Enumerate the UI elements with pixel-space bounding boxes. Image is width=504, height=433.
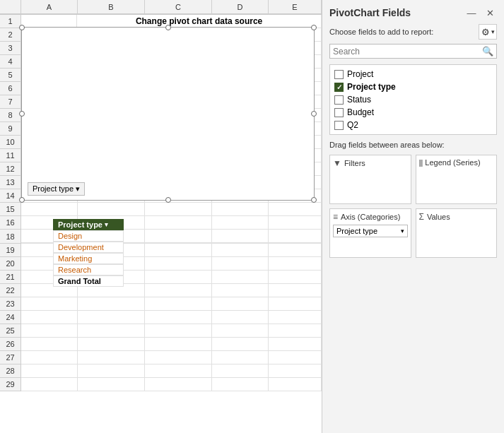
axis-dropdown-value: Project type <box>336 227 377 235</box>
grid-rows-lower: 181920212223242526272829 <box>0 230 322 391</box>
chart-handle-tr[interactable] <box>311 25 317 30</box>
pivot-data-cell[interactable]: Development <box>53 242 124 253</box>
gear-icon: ⚙ <box>481 27 490 37</box>
row-29: 29 <box>0 378 322 391</box>
field-label: Project <box>347 69 373 79</box>
legend-icon: ||| <box>419 159 423 167</box>
col-header-b[interactable]: B <box>78 0 145 14</box>
pivot-header-row: Project type ▾ <box>53 219 124 230</box>
panel-header: PivotChart Fields — ✕ <box>322 0 504 24</box>
drag-area-values[interactable]: Σ Values <box>416 208 498 258</box>
drag-section-label: Drag fields between areas below: <box>329 141 445 149</box>
row-19: 19 <box>0 244 322 257</box>
legend-label: Legend (Series) <box>425 158 480 167</box>
chart-handle-bm[interactable] <box>165 197 171 203</box>
filters-label: Filters <box>344 159 365 167</box>
field-items: Project✓Project typeStatusBudgetQ2 <box>330 68 496 131</box>
collapse-button[interactable]: — <box>464 6 479 20</box>
field-label: Project type <box>347 82 396 92</box>
axis-label: Axis (Categories) <box>341 213 400 221</box>
pivot-header-label: Project type <box>58 220 102 229</box>
search-box: 🔍 <box>329 44 497 59</box>
col-header-e[interactable]: E <box>269 0 322 14</box>
spreadsheet-title: Change pivot chart data source <box>136 16 262 26</box>
chart-filter-button[interactable]: Project type ▾ <box>28 182 85 196</box>
panel-subtitle-row: Choose fields to add to report: ⚙ ▾ <box>322 24 504 44</box>
chart-handle-tl[interactable] <box>19 25 25 30</box>
pivot-data-cell[interactable]: Research <box>53 264 124 275</box>
legend-header: ||| Legend (Series) <box>419 158 494 167</box>
field-item[interactable]: Budget <box>330 106 496 119</box>
pivot-header-cell[interactable]: Project type ▾ <box>53 219 124 230</box>
axis-icon: ≡ <box>333 212 338 222</box>
chart-handle-br[interactable] <box>311 197 317 203</box>
field-checkbox[interactable]: ✓ <box>334 83 344 92</box>
field-checkbox[interactable] <box>334 95 344 105</box>
drag-section: Drag fields between areas below: <box>322 135 504 152</box>
row-18: 18 <box>0 230 322 244</box>
checkmark-icon: ✓ <box>336 83 342 91</box>
field-label: Q2 <box>347 120 358 130</box>
values-header: Σ Values <box>419 212 494 222</box>
field-checkbox[interactable] <box>334 121 344 130</box>
row-16: 16 <box>0 216 322 230</box>
pivot-total-row: Grand Total <box>53 275 124 287</box>
row-20: 20 <box>0 257 322 271</box>
field-checkbox[interactable] <box>334 108 344 117</box>
close-button[interactable]: ✕ <box>483 6 497 20</box>
pivot-data-row: Design <box>53 230 124 242</box>
pivot-data-row: Research <box>53 264 124 275</box>
field-label: Budget <box>347 107 374 117</box>
chart-handle-tm[interactable] <box>165 25 171 30</box>
axis-dropdown[interactable]: Project type ▾ <box>333 225 408 237</box>
axis-header: ≡ Axis (Categories) <box>333 212 408 222</box>
gear-dropdown-arrow: ▾ <box>491 28 495 35</box>
pivot-data-row: Marketing <box>53 253 124 264</box>
chart-handle-bl[interactable] <box>19 197 25 203</box>
col-header-c[interactable]: C <box>145 0 212 14</box>
drag-area-legend[interactable]: ||| Legend (Series) <box>416 155 498 204</box>
search-input[interactable] <box>333 47 482 57</box>
chart-area[interactable]: Project type ▾ <box>21 27 315 201</box>
pivot-data-cell[interactable]: Design <box>53 230 124 242</box>
pivot-data-row: Development <box>53 242 124 253</box>
row-28: 28 <box>0 364 322 378</box>
pivot-chart-fields-panel: PivotChart Fields — ✕ Choose fields to a… <box>322 0 504 433</box>
pivot-table: Project type ▾ DesignDevelopmentMarketin… <box>53 219 124 287</box>
row-15: 15 <box>0 203 322 216</box>
field-item[interactable]: Status <box>330 93 496 106</box>
drag-area-axis[interactable]: ≡ Axis (Categories) Project type ▾ <box>329 208 411 258</box>
field-list: Project✓Project typeStatusBudgetQ2 <box>329 64 497 135</box>
gear-button[interactable]: ⚙ ▾ <box>479 24 497 40</box>
pivot-data-rows: DesignDevelopmentMarketingResearch <box>53 230 124 275</box>
field-checkbox[interactable] <box>334 70 344 79</box>
chart-handle-ml[interactable] <box>19 111 25 117</box>
search-icon: 🔍 <box>482 46 493 57</box>
chart-handle-mr[interactable] <box>311 111 317 117</box>
chart-filter-label: Project type ▾ <box>33 184 80 194</box>
filters-icon: ▼ <box>333 158 341 168</box>
field-item[interactable]: ✓Project type <box>330 81 496 93</box>
row-27: 27 <box>0 351 322 364</box>
drag-area-filters[interactable]: ▼ Filters <box>329 155 411 204</box>
field-item[interactable]: Q2 <box>330 119 496 131</box>
row-24: 24 <box>0 311 322 324</box>
row-26: 26 <box>0 338 322 351</box>
corner-cell <box>0 0 21 14</box>
drag-areas-grid: ▼ Filters ||| Legend (Series) ≡ Axis (Ca… <box>322 155 504 258</box>
pivot-data-cell[interactable]: Marketing <box>53 253 124 264</box>
spreadsheet-area: A B C D E 1 Change pivot chart data sour… <box>0 0 322 433</box>
pivot-total-label: Grand Total <box>58 277 101 285</box>
field-item[interactable]: Project <box>330 68 496 81</box>
row-21: 21 <box>0 271 322 284</box>
row-23: 23 <box>0 297 322 311</box>
column-headers: A B C D E <box>0 0 322 15</box>
panel-header-icons: — ✕ <box>464 6 497 20</box>
pivot-dropdown-arrow: ▾ <box>105 221 108 228</box>
row-22: 22 <box>0 284 322 297</box>
col-header-d[interactable]: D <box>212 0 269 14</box>
field-label: Status <box>347 95 371 105</box>
filters-header: ▼ Filters <box>333 158 408 168</box>
values-icon: Σ <box>419 212 424 222</box>
col-header-a[interactable]: A <box>21 0 78 14</box>
